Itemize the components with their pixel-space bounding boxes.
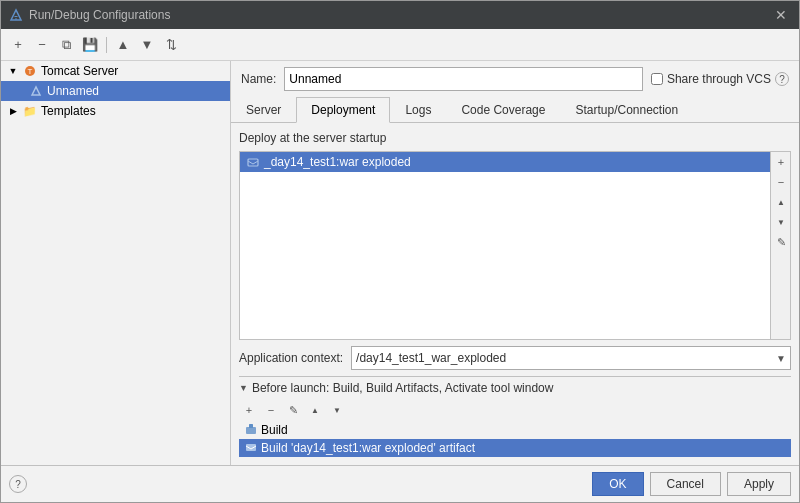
- bl-add-button[interactable]: +: [239, 401, 259, 419]
- svg-text:T: T: [28, 67, 33, 76]
- vcs-checkbox[interactable]: [651, 73, 663, 85]
- app-context-label: Application context:: [239, 351, 343, 365]
- before-launch-list: Build Build 'day14_test1:war exploded' a…: [239, 421, 791, 457]
- artifact-build-icon: [245, 441, 257, 455]
- tree-templates-label: Templates: [41, 104, 96, 118]
- before-launch-section: ▼ Before launch: Build, Build Artifacts,…: [239, 376, 791, 457]
- artifact-icon: [246, 155, 260, 169]
- title-bar: Run/Debug Configurations ✕: [1, 1, 799, 29]
- bottom-left: ?: [9, 475, 27, 493]
- tree-expand-tomcat: ▼: [7, 65, 19, 77]
- before-launch-header: ▼ Before launch: Build, Build Artifacts,…: [239, 377, 791, 399]
- app-context-value: /day14_test1_war_exploded: [356, 351, 506, 365]
- tab-logs[interactable]: Logs: [390, 97, 446, 123]
- tab-startup-connection[interactable]: Startup/Connection: [560, 97, 693, 123]
- deploy-down-button[interactable]: ▼: [771, 212, 791, 232]
- deploy-list: _day14_test1:war exploded: [240, 152, 770, 339]
- before-launch-label: Before launch: Build, Build Artifacts, A…: [252, 381, 554, 395]
- main-toolbar: + − ⧉ 💾 ▲ ▼ ⇅: [1, 29, 799, 61]
- bl-up-button[interactable]: ▲: [305, 401, 325, 419]
- close-button[interactable]: ✕: [771, 7, 791, 23]
- save-config-button[interactable]: 💾: [79, 34, 101, 56]
- tab-bar: Server Deployment Logs Code Coverage Sta…: [231, 97, 799, 123]
- build-icon: [245, 423, 257, 437]
- dialog-title: Run/Debug Configurations: [29, 8, 170, 22]
- name-label: Name:: [241, 72, 276, 86]
- bl-item-artifact-label: Build 'day14_test1:war exploded' artifac…: [261, 441, 475, 455]
- ok-button[interactable]: OK: [592, 472, 643, 496]
- main-content: ▼ T Tomcat Server Unnamed ▶: [1, 61, 799, 465]
- dialog-icon: [9, 8, 23, 22]
- tree-item-tomcat[interactable]: ▼ T Tomcat Server: [1, 61, 230, 81]
- deploy-edit-button[interactable]: ✎: [771, 232, 791, 252]
- bottom-right: OK Cancel Apply: [592, 472, 791, 496]
- svg-rect-1: [15, 16, 18, 17]
- toolbar-separator: [106, 37, 107, 53]
- tab-code-coverage[interactable]: Code Coverage: [446, 97, 560, 123]
- cancel-button[interactable]: Cancel: [650, 472, 721, 496]
- before-launch-expand-icon[interactable]: ▼: [239, 383, 248, 393]
- deploy-add-button[interactable]: +: [771, 152, 791, 172]
- config-details: Name: Share through VCS ? Server Deploym…: [231, 61, 799, 465]
- deploy-item[interactable]: _day14_test1:war exploded: [240, 152, 770, 172]
- name-input[interactable]: [284, 67, 643, 91]
- vcs-area: Share through VCS ?: [651, 72, 789, 86]
- svg-point-2: [15, 18, 17, 20]
- svg-rect-7: [246, 427, 256, 434]
- vcs-label: Share through VCS: [667, 72, 771, 86]
- templates-icon: 📁: [23, 104, 37, 118]
- deploy-remove-button[interactable]: −: [771, 172, 791, 192]
- tab-deployment[interactable]: Deployment: [296, 97, 390, 123]
- tab-server[interactable]: Server: [231, 97, 296, 123]
- deployment-tab-content: Deploy at the server startup _day14_test…: [231, 123, 799, 465]
- bottom-bar: ? OK Cancel Apply: [1, 465, 799, 502]
- deploy-item-label: _day14_test1:war exploded: [264, 155, 411, 169]
- deploy-sidebar: + − ▲ ▼ ✎: [770, 152, 790, 339]
- tomcat-icon: T: [23, 64, 37, 78]
- name-row: Name: Share through VCS ?: [231, 61, 799, 97]
- app-context-row: Application context: /day14_test1_war_ex…: [239, 340, 791, 376]
- tree-item-templates[interactable]: ▶ 📁 Templates: [1, 101, 230, 121]
- svg-rect-9: [246, 444, 256, 451]
- sort-button[interactable]: ⇅: [160, 34, 182, 56]
- vcs-help-icon[interactable]: ?: [775, 72, 789, 86]
- move-down-button[interactable]: ▼: [136, 34, 158, 56]
- tree-tomcat-label: Tomcat Server: [41, 64, 118, 78]
- move-up-button[interactable]: ▲: [112, 34, 134, 56]
- app-context-dropdown[interactable]: /day14_test1_war_exploded ▼: [351, 346, 791, 370]
- help-button[interactable]: ?: [9, 475, 27, 493]
- unnamed-config-icon: [29, 84, 43, 98]
- remove-config-button[interactable]: −: [31, 34, 53, 56]
- apply-button[interactable]: Apply: [727, 472, 791, 496]
- bl-down-button[interactable]: ▼: [327, 401, 347, 419]
- add-config-button[interactable]: +: [7, 34, 29, 56]
- tree-unnamed-label: Unnamed: [47, 84, 99, 98]
- svg-rect-8: [249, 424, 253, 428]
- bl-item-build-label: Build: [261, 423, 288, 437]
- before-launch-toolbar: + − ✎ ▲ ▼: [239, 399, 791, 421]
- tree-expand-templates: ▶: [7, 105, 19, 117]
- deploy-at-startup-label: Deploy at the server startup: [239, 131, 791, 145]
- run-debug-dialog: Run/Debug Configurations ✕ + − ⧉ 💾 ▲ ▼ ⇅…: [0, 0, 800, 503]
- deploy-up-button[interactable]: ▲: [771, 192, 791, 212]
- svg-marker-5: [32, 87, 40, 95]
- svg-rect-6: [248, 159, 258, 166]
- bl-item-build[interactable]: Build: [239, 421, 791, 439]
- deploy-list-container: _day14_test1:war exploded + − ▲ ▼ ✎: [239, 151, 791, 340]
- bl-edit-button[interactable]: ✎: [283, 401, 303, 419]
- config-tree: ▼ T Tomcat Server Unnamed ▶: [1, 61, 231, 465]
- copy-config-button[interactable]: ⧉: [55, 34, 77, 56]
- dropdown-arrow-icon: ▼: [776, 353, 786, 364]
- tree-item-unnamed[interactable]: Unnamed: [1, 81, 230, 101]
- bl-remove-button[interactable]: −: [261, 401, 281, 419]
- bl-item-artifact[interactable]: Build 'day14_test1:war exploded' artifac…: [239, 439, 791, 457]
